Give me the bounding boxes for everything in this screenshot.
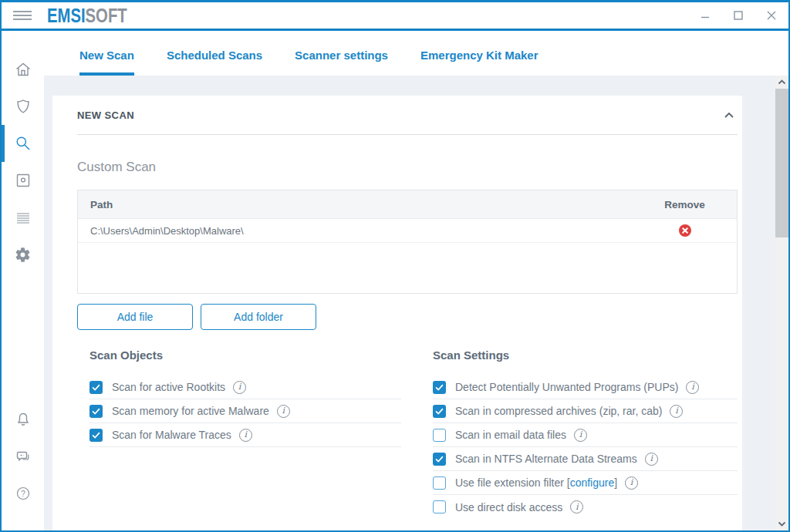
- scan-settings-section: Scan SettingsDetect Potentially Unwanted…: [420, 342, 738, 519]
- info-icon[interactable]: i: [625, 476, 638, 490]
- sidebar-item-notifications[interactable]: [2, 401, 44, 438]
- home-icon: [14, 60, 32, 79]
- sidebar-item-messages[interactable]: [2, 438, 44, 475]
- sidebar: ?: [2, 31, 44, 530]
- content-area: NEW SCAN Custom Scan Path Remove C:\User…: [44, 76, 788, 530]
- tab-bar: New ScanScheduled ScansScanner settingsE…: [44, 31, 788, 76]
- check-icon: [434, 382, 444, 392]
- check-icon: [91, 406, 101, 416]
- checkbox-label: Scan for Malware Traces: [112, 429, 231, 441]
- info-icon[interactable]: i: [233, 381, 246, 394]
- menu-icon[interactable]: [13, 9, 33, 22]
- options-columns: Scan ObjectsScan for active RootkitsiSca…: [77, 342, 738, 519]
- path-cell: C:\Users\Admin\Desktop\Malware\: [78, 225, 633, 237]
- close-button[interactable]: [765, 9, 778, 22]
- scan-objects-section: Scan ObjectsScan for active RootkitsiSca…: [77, 342, 401, 519]
- scrollbar-thumb[interactable]: [775, 89, 788, 237]
- sidebar-item-protection[interactable]: [2, 88, 44, 125]
- maximize-button[interactable]: [732, 9, 744, 22]
- checkbox[interactable]: [433, 476, 446, 490]
- tab-emergency-kit-maker[interactable]: Emergency Kit Maker: [420, 31, 538, 76]
- checkbox-label: Scan in email data files: [455, 429, 566, 441]
- sidebar-item-quarantine[interactable]: [2, 162, 44, 199]
- checkbox[interactable]: [89, 429, 103, 442]
- close-icon: [766, 10, 777, 21]
- column-header-path: Path: [78, 199, 633, 210]
- add-folder-button[interactable]: Add folder: [201, 304, 316, 330]
- checkbox-label: Scan in NTFS Alternate Data Streams: [455, 453, 637, 465]
- sidebar-item-logs[interactable]: [2, 199, 44, 236]
- tab-new-scan[interactable]: New Scan: [79, 31, 134, 76]
- tab-scheduled-scans[interactable]: Scheduled Scans: [167, 31, 262, 76]
- checkbox-label: Scan in compressed archives (zip, rar, c…: [455, 405, 662, 417]
- scan-setting-row: Scan in compressed archives (zip, rar, c…: [433, 399, 738, 423]
- checkbox[interactable]: [433, 453, 446, 466]
- panel-title: NEW SCAN: [77, 109, 134, 121]
- info-icon[interactable]: i: [239, 429, 252, 442]
- info-icon[interactable]: i: [686, 381, 699, 394]
- configure-link[interactable]: configure: [570, 476, 615, 489]
- remove-path-button[interactable]: [678, 224, 692, 237]
- scan-object-title: Scan Objects: [89, 348, 401, 362]
- app-window: EMSISOFT: [0, 0, 790, 532]
- check-icon: [434, 406, 444, 416]
- checkbox[interactable]: [433, 500, 446, 513]
- tab-scanner-settings[interactable]: Scanner settings: [295, 31, 388, 76]
- checkbox[interactable]: [89, 405, 103, 418]
- info-icon[interactable]: i: [570, 500, 583, 513]
- info-icon[interactable]: i: [277, 405, 290, 418]
- collapse-button[interactable]: [721, 109, 738, 122]
- scan-setting-row: Scan in NTFS Alternate Data Streamsi: [433, 447, 738, 471]
- scan-object-row: Scan for Malware Tracesi: [89, 423, 401, 447]
- checkbox[interactable]: [433, 429, 446, 442]
- column-header-remove: Remove: [633, 199, 737, 210]
- info-icon[interactable]: i: [574, 429, 587, 442]
- scan-setting-row: Use file extension filter [configure]i: [433, 471, 738, 495]
- new-scan-panel: NEW SCAN Custom Scan Path Remove C:\User…: [52, 96, 742, 530]
- scan-object-row: Scan memory for active Malwarei: [89, 399, 401, 423]
- minimize-icon: [700, 10, 711, 21]
- scrollbar[interactable]: [775, 76, 788, 530]
- scroll-down-button[interactable]: [775, 517, 788, 530]
- logs-icon: [14, 208, 32, 227]
- gear-icon: [14, 246, 32, 264]
- path-table: Path Remove C:\Users\Admin\Desktop\Malwa…: [77, 190, 738, 294]
- check-icon: [91, 382, 101, 392]
- checkbox[interactable]: [433, 381, 446, 394]
- app-logo: EMSISOFT: [47, 4, 127, 28]
- checkbox[interactable]: [89, 381, 103, 394]
- scroll-up-icon: [778, 79, 786, 85]
- check-icon: [91, 430, 101, 440]
- checkbox-label: Use direct disk access: [455, 501, 562, 513]
- info-icon[interactable]: i: [670, 405, 683, 418]
- scan-object-row: Scan for active Rootkitsi: [89, 375, 401, 399]
- scroll-down-icon: [778, 521, 786, 527]
- table-header: Path Remove: [78, 190, 737, 219]
- scroll-up-button[interactable]: [775, 76, 788, 89]
- add-file-button[interactable]: Add file: [77, 304, 193, 330]
- checkbox-label: Detect Potentially Unwanted Programs (PU…: [455, 381, 678, 393]
- checkbox-label: Use file extension filter [configure]: [455, 476, 617, 489]
- bell-icon: [14, 410, 32, 429]
- minimize-button[interactable]: [699, 9, 711, 22]
- check-icon: [434, 454, 444, 464]
- chevron-up-icon: [724, 112, 734, 119]
- sidebar-item-help[interactable]: ?: [2, 475, 44, 512]
- quarantine-icon: [14, 171, 32, 190]
- checkbox-label: Scan memory for active Malware: [112, 405, 269, 417]
- chat-icon: [14, 447, 32, 466]
- titlebar: EMSISOFT: [2, 2, 788, 31]
- remove-icon: [678, 224, 692, 237]
- logo-primary: EMSI: [47, 4, 86, 27]
- scan-setting-title: Scan Settings: [433, 348, 738, 362]
- table-row: C:\Users\Admin\Desktop\Malware\: [78, 219, 737, 243]
- sidebar-item-home[interactable]: [2, 51, 44, 88]
- scan-setting-row: Detect Potentially Unwanted Programs (PU…: [433, 375, 738, 399]
- path-actions: Add file Add folder: [77, 304, 738, 330]
- sidebar-item-scanner[interactable]: [2, 125, 44, 162]
- search-icon: [14, 134, 32, 153]
- shield-icon: [14, 97, 32, 116]
- sidebar-item-settings[interactable]: [2, 236, 44, 273]
- info-icon[interactable]: i: [645, 453, 658, 466]
- checkbox[interactable]: [433, 405, 446, 418]
